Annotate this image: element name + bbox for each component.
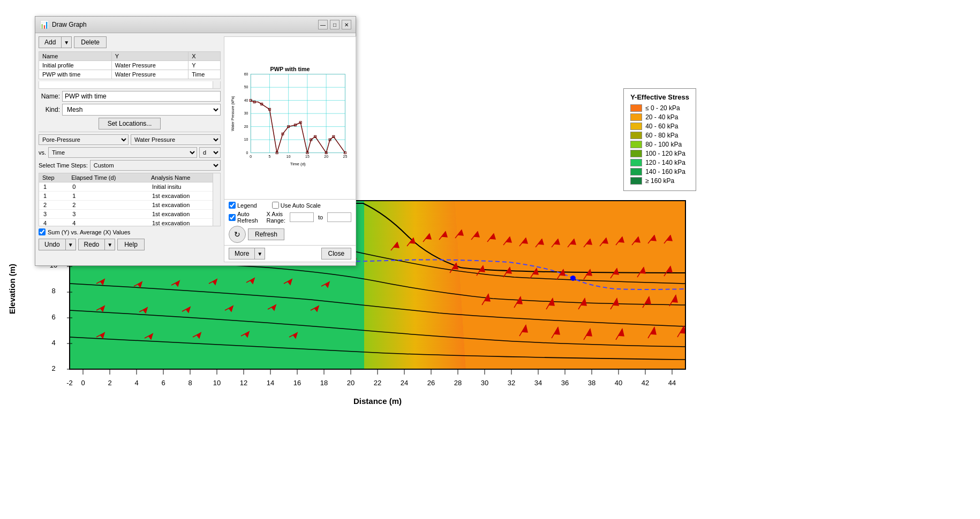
svg-text:30: 30 [481,379,488,387]
kind-select[interactable]: Mesh [62,104,221,116]
svg-text:28: 28 [454,379,462,387]
x-axis-select[interactable]: Time [48,147,197,158]
name-label: Name: [39,93,60,100]
legend-item-label: 20 - 40 kPa [645,113,678,121]
delete-button[interactable]: Delete [74,36,107,48]
steps-table-row: 331st excavation [39,210,220,219]
steps-container: Step Elapsed Time (d) Analysis Name 10In… [39,173,221,226]
auto-refresh-label[interactable]: Auto Refresh [229,211,258,224]
add-button[interactable]: Add [39,36,62,48]
svg-text:6: 6 [51,313,55,321]
svg-text:5: 5 [269,155,271,158]
svg-text:38: 38 [588,379,595,387]
col-x-header: X [189,52,221,61]
legend-color-swatch [630,132,642,139]
svg-text:4: 4 [134,379,138,387]
col-name-header: Name [39,52,112,61]
close-button[interactable]: ✕ [342,20,351,29]
use-auto-scale-label[interactable]: Use Auto Scale [272,202,321,209]
legend-color-swatch [630,123,642,130]
more-button[interactable]: More [229,248,255,260]
x-range-to-label: to [318,214,323,220]
name-input[interactable] [62,91,221,102]
x-range-to-input[interactable] [327,212,351,222]
legend-item: ≥ 160 kPa [630,177,689,185]
graph-table-row: Initial profileWater PressureY [39,61,221,70]
svg-text:8: 8 [188,379,192,387]
svg-point-17 [570,276,576,281]
auto-refresh-checkbox[interactable] [229,214,236,221]
steps-table-row: 10Initial insitu [39,182,220,192]
legend-item: ≤ 0 - 20 kPa [630,104,689,112]
svg-text:Water Pressure (kPa): Water Pressure (kPa) [231,96,235,131]
sum-checkbox-label: Sum (Y) vs. Average (X) Values [48,229,130,235]
legend-checkbox[interactable] [229,202,236,209]
undo-dropdown[interactable]: ▼ [66,239,76,250]
sum-checkbox[interactable] [39,228,46,235]
category-select[interactable]: Pore-Pressure [39,134,129,145]
graph-table: Name Y X Initial profileWater PressureYP… [39,51,221,79]
legend-item: 20 - 40 kPa [630,113,689,121]
svg-text:30: 30 [244,111,248,115]
legend-title: Y-Effective Stress [630,93,689,101]
legend-box: Y-Effective Stress ≤ 0 - 20 kPa 20 - 40 … [623,88,696,191]
svg-text:12: 12 [240,379,247,387]
svg-text:18: 18 [320,379,328,387]
svg-text:10: 10 [213,379,221,387]
add-dropdown-button[interactable]: ▼ [62,36,72,48]
svg-text:8: 8 [51,287,55,295]
steps-table-row: 111st excavation [39,192,220,201]
time-steps-select[interactable]: Custom [90,160,221,171]
legend-item-label: 40 - 60 kPa [645,123,678,130]
steps-scrollbar[interactable] [213,173,220,226]
legend-item-label: 120 - 140 kPa [645,159,685,166]
steps-table-row: 441st excavation [39,219,220,227]
legend-color-swatch [630,177,642,185]
window-title: Draw Graph [52,21,87,28]
step-col-header: Step [39,173,68,182]
legend-color-swatch [630,168,642,175]
maximize-button[interactable]: □ [330,20,340,29]
legend-color-swatch [630,141,642,148]
undo-button[interactable]: Undo [39,239,66,250]
refresh-circle-button[interactable]: ↻ [229,226,246,243]
more-dropdown[interactable]: ▼ [255,248,265,260]
use-auto-scale-checkbox[interactable] [272,202,279,209]
unit-select[interactable]: d [199,147,221,158]
svg-text:6: 6 [161,379,165,387]
redo-dropdown[interactable]: ▼ [105,239,115,250]
svg-text:14: 14 [267,379,274,387]
svg-text:20: 20 [244,125,248,128]
svg-text:-2: -2 [66,379,73,387]
svg-text:0: 0 [250,155,252,158]
svg-text:16: 16 [293,379,301,387]
svg-text:36: 36 [561,379,569,387]
close-button-main[interactable]: Close [321,248,352,260]
legend-color-swatch [630,150,642,157]
x-range-from-input[interactable] [290,212,314,222]
chart-panel: PWP with time [224,36,356,262]
svg-text:10: 10 [287,155,291,158]
graph-table-row: PWP with timeWater PressureTime [39,70,221,79]
svg-text:50: 50 [244,85,248,89]
legend-item-label: 140 - 160 kPa [645,168,685,175]
subcategory-select[interactable]: Water Pressure [131,134,221,145]
redo-button[interactable]: Redo [78,239,105,250]
steps-table-row: 221st excavation [39,201,220,210]
set-locations-button[interactable]: Set Locations... [99,118,161,129]
refresh-button[interactable]: Refresh [248,228,284,240]
help-button[interactable]: Help [117,239,145,250]
svg-text:2: 2 [108,379,111,387]
legend-item-label: ≤ 0 - 20 kPa [645,104,680,112]
svg-text:40: 40 [244,98,248,102]
minimize-button[interactable]: — [318,20,328,29]
svg-text:44: 44 [668,379,676,387]
table-scrollbar[interactable] [213,81,220,88]
chart-controls: Legend Use Auto Scale Auto Refresh X Axi… [224,199,356,245]
chart-area: PWP with time [224,37,356,199]
add-button-group: Add ▼ [39,36,72,48]
svg-text:Time (d): Time (d) [290,162,306,166]
legend-checkbox-label[interactable]: Legend [229,202,257,209]
svg-text:26: 26 [427,379,435,387]
svg-text:40: 40 [615,379,622,387]
